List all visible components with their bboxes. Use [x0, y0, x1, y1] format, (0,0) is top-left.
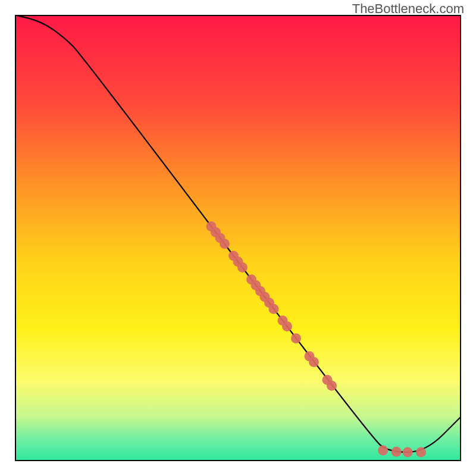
plot-area [15, 15, 461, 461]
data-point [416, 447, 426, 458]
data-point [237, 262, 248, 273]
data-point [282, 321, 292, 331]
data-point [309, 357, 319, 367]
data-point [291, 333, 301, 343]
data-point [378, 446, 388, 456]
chart-container: TheBottleneck.com [0, 0, 476, 476]
data-point [220, 239, 230, 249]
data-point [403, 447, 413, 458]
data-markers [206, 221, 427, 458]
data-point [269, 304, 279, 314]
curve-layer [15, 15, 461, 461]
bottleneck-curve [15, 15, 461, 452]
data-point [327, 381, 337, 391]
data-point [392, 447, 402, 457]
